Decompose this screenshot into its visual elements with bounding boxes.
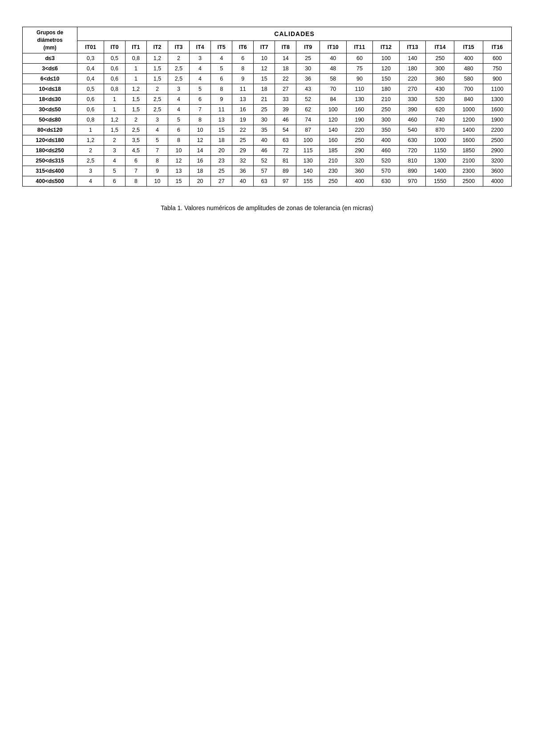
cell: 720 [399, 146, 426, 156]
cell: 18 [275, 64, 296, 74]
col-header-it12: IT12 [373, 41, 400, 53]
cell: 7 [146, 146, 168, 156]
cell: 1850 [454, 146, 483, 156]
cell: 1,5 [146, 74, 168, 84]
cell: 22 [232, 125, 254, 135]
cell: 0,6 [104, 74, 125, 84]
cell: 1300 [483, 94, 511, 105]
cell: 700 [454, 84, 483, 94]
cell: 1,5 [146, 64, 168, 74]
cell: 250 [373, 105, 400, 115]
col-header-it01: IT01 [77, 41, 104, 53]
cell: 1100 [483, 84, 511, 94]
cell: 36 [296, 74, 320, 84]
cell: 140 [399, 53, 426, 64]
cell: 6 [125, 156, 146, 166]
cell: 11 [211, 105, 232, 115]
cell: 54 [275, 125, 296, 135]
row-label: 50<d≤80 [23, 115, 77, 125]
cell: 19 [232, 115, 254, 125]
col-header-it10: IT10 [320, 41, 347, 53]
cell: 870 [426, 125, 454, 135]
cell: 100 [296, 135, 320, 146]
cell: 600 [483, 53, 511, 64]
cell: 2 [168, 53, 189, 64]
col-header-it16: IT16 [483, 41, 511, 53]
cell: 4 [211, 53, 232, 64]
cell: 58 [320, 74, 347, 84]
cell: 900 [483, 74, 511, 84]
cell: 7 [125, 166, 146, 176]
cell: 100 [373, 53, 400, 64]
cell: 460 [373, 146, 400, 156]
cell: 27 [211, 176, 232, 187]
cell: 4,5 [125, 146, 146, 156]
cell: 5 [190, 84, 211, 94]
cell: 1,2 [77, 135, 104, 146]
cell: 10 [190, 125, 211, 135]
cell: 87 [296, 125, 320, 135]
cell: 11 [232, 84, 254, 94]
cell: 10 [254, 53, 275, 64]
cell: 2500 [454, 176, 483, 187]
col-header-it14: IT14 [426, 41, 454, 53]
table-row: 30<d≤500,611,52,547111625396210016025039… [23, 105, 512, 115]
cell: 0,5 [104, 53, 125, 64]
cell: 160 [320, 135, 347, 146]
cell: 1150 [426, 146, 454, 156]
cell: 1,5 [125, 94, 146, 105]
cell: 40 [232, 176, 254, 187]
table-row: 400<d≤5004681015202740639715525040063097… [23, 176, 512, 187]
cell: 630 [399, 135, 426, 146]
row-label: 10<d≤18 [23, 84, 77, 94]
cell: 81 [275, 156, 296, 166]
cell: 520 [426, 94, 454, 105]
cell: 390 [399, 105, 426, 115]
col-header-it4: IT4 [190, 41, 211, 53]
cell: 140 [296, 166, 320, 176]
cell: 300 [426, 64, 454, 74]
cell: 1550 [426, 176, 454, 187]
cell: 4000 [483, 176, 511, 187]
table-caption: Tabla 1. Valores numéricos de amplitudes… [22, 204, 512, 211]
cell: 185 [320, 146, 347, 156]
table-row: 3<d≤60,40,611,52,54581218304875120180300… [23, 64, 512, 74]
cell: 0,6 [104, 64, 125, 74]
cell: 13 [168, 166, 189, 176]
row-label: d≤3 [23, 53, 77, 64]
cell: 0,4 [77, 64, 104, 74]
table-body: d≤30,30,50,81,22346101425406010014025040… [23, 53, 512, 187]
cell: 12 [190, 135, 211, 146]
cell: 10 [168, 146, 189, 156]
cell: 3200 [483, 156, 511, 166]
cell: 9 [146, 166, 168, 176]
cell: 30 [296, 64, 320, 74]
cell: 25 [232, 135, 254, 146]
table-row: 80<d≤12011,52,54610152235548714022035054… [23, 125, 512, 135]
col-header-it1: IT1 [125, 41, 146, 53]
cell: 1,5 [125, 105, 146, 115]
cell: 52 [296, 94, 320, 105]
cell: 90 [346, 74, 373, 84]
cell: 1,2 [104, 115, 125, 125]
cell: 7 [190, 105, 211, 115]
cell: 4 [104, 156, 125, 166]
table-row: 180<d≤250234,571014202946721151852904607… [23, 146, 512, 156]
cell: 16 [232, 105, 254, 115]
cell: 250 [320, 176, 347, 187]
row-label: 180<d≤250 [23, 146, 77, 156]
cell: 63 [254, 176, 275, 187]
cell: 460 [399, 115, 426, 125]
cell: 1 [125, 74, 146, 84]
cell: 2900 [483, 146, 511, 156]
cell: 330 [399, 94, 426, 105]
cell: 840 [454, 94, 483, 105]
cell: 52 [254, 156, 275, 166]
cell: 13 [211, 115, 232, 125]
cell: 15 [211, 125, 232, 135]
cell: 2,5 [146, 105, 168, 115]
row-label: 250<d≤315 [23, 156, 77, 166]
cell: 18 [211, 135, 232, 146]
cell: 110 [346, 84, 373, 94]
cell: 580 [454, 74, 483, 84]
